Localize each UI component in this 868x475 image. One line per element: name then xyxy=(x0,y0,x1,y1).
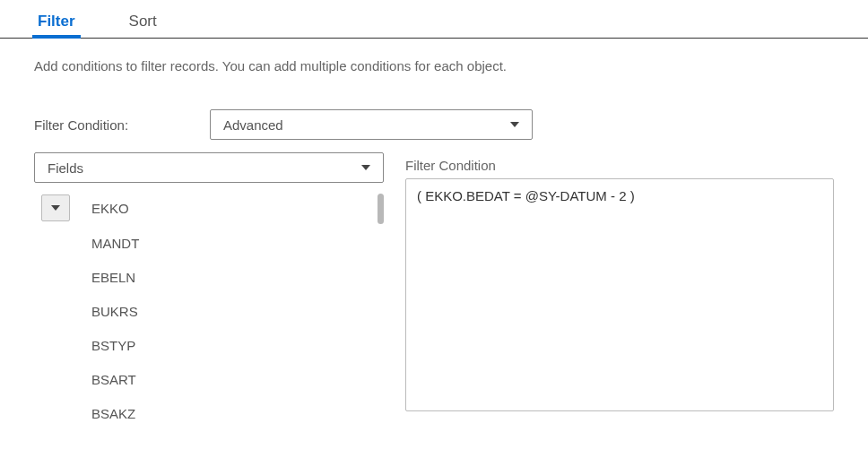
tab-sort[interactable]: Sort xyxy=(124,9,162,38)
expression-editor[interactable]: ( EKKO.BEDAT = @SY-DATUM - 2 ) xyxy=(405,178,834,411)
caret-down-icon xyxy=(51,205,60,211)
tree-root-label: EKKO xyxy=(91,201,129,216)
tree-collapse-button[interactable] xyxy=(41,194,70,221)
fields-tree: EKKO MANDT EBELN BUKRS BSTYP BSART BSAKZ xyxy=(34,190,384,432)
tab-sort-label: Sort xyxy=(129,13,157,30)
tree-item-label: BUKRS xyxy=(91,304,138,319)
tree-item[interactable]: BSTYP xyxy=(34,328,384,362)
filter-condition-value: Advanced xyxy=(223,117,283,133)
tree-item-label: BSTYP xyxy=(91,338,135,353)
filter-condition-label: Filter Condition: xyxy=(34,117,210,133)
tree-item-label: BSAKZ xyxy=(91,406,135,421)
fields-select[interactable]: Fields xyxy=(34,152,384,183)
tree-item[interactable]: BSAKZ xyxy=(34,396,384,430)
tree-item-label: BSART xyxy=(91,372,136,387)
tree-item[interactable]: EBELN xyxy=(34,260,384,294)
filter-condition-select[interactable]: Advanced xyxy=(210,109,533,140)
tab-filter-label: Filter xyxy=(38,13,75,30)
tab-filter[interactable]: Filter xyxy=(32,9,81,38)
expression-text: ( EKKO.BEDAT = @SY-DATUM - 2 ) xyxy=(417,188,635,203)
tree-item-label: MANDT xyxy=(91,236,139,251)
filter-condition-row: Filter Condition: Advanced xyxy=(34,109,834,140)
scrollbar-thumb[interactable] xyxy=(378,194,384,224)
caret-down-icon xyxy=(510,122,519,127)
tree-item[interactable]: MANDT xyxy=(34,226,384,260)
tree-item-label: EBELN xyxy=(91,270,135,285)
caret-down-icon xyxy=(361,165,370,170)
tree-root-row[interactable]: EKKO xyxy=(34,190,384,226)
expression-label: Filter Condition xyxy=(405,158,834,173)
filter-panel: Add conditions to filter records. You ca… xyxy=(0,39,868,432)
help-text: Add conditions to filter records. You ca… xyxy=(34,58,834,73)
fields-select-label: Fields xyxy=(48,160,83,176)
tree-item[interactable]: BUKRS xyxy=(34,294,384,328)
tab-bar: Filter Sort xyxy=(0,0,868,39)
tree-item[interactable]: BSART xyxy=(34,362,384,396)
